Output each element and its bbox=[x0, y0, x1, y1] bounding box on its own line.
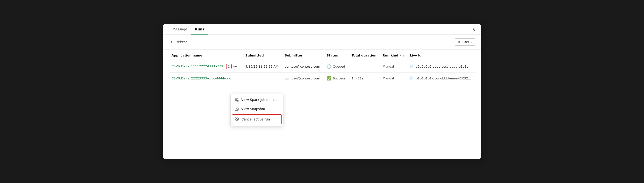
cell-submitter-1: contoso@contoso.com bbox=[282, 60, 324, 73]
svg-line-4 bbox=[237, 101, 238, 102]
livy-doc-icon-2: 📄 bbox=[410, 77, 414, 80]
collapse-icon[interactable]: ∧ bbox=[472, 27, 476, 32]
row-actions-1: ⊗ ••• bbox=[226, 64, 238, 69]
cell-duration-2: 1m 32s bbox=[349, 73, 380, 84]
cell-submitted-1: 4/19/23 11:33:25 AM bbox=[242, 60, 282, 73]
table-row: CSVToDelta_11112222-bbbb-339 ⊗ ••• 4/19/… bbox=[168, 60, 476, 73]
cell-duration-1: - bbox=[349, 60, 380, 73]
run-kind-info-icon[interactable]: i bbox=[400, 54, 404, 57]
status-label-2: Success bbox=[333, 77, 346, 80]
snapshot-icon bbox=[234, 107, 239, 111]
more-actions-button-1[interactable]: ••• bbox=[232, 64, 238, 69]
col-submitted: Submitted ↓ bbox=[242, 50, 282, 60]
cell-livy-2: 📄 b1b1b1b1-cccc-dddd-eeee-f2f2f2... bbox=[407, 73, 476, 84]
svg-line-8 bbox=[236, 118, 238, 120]
main-window: Message Runs ∧ ↻ Refresh ≡ Filter ▾ Appl… bbox=[163, 24, 481, 159]
menu-item-view-snapshot-label: View Snapshot bbox=[241, 107, 265, 111]
filter-label: Filter bbox=[462, 40, 469, 44]
runs-table-container: Application name Submitted ↓ Submitter S… bbox=[163, 50, 481, 84]
cell-run-kind-2: Manual bbox=[380, 73, 407, 84]
tabs-container: Message Runs ∧ bbox=[163, 24, 481, 35]
cell-status-2: ✅ Success bbox=[324, 73, 349, 84]
menu-item-view-spark-label: View Spark job details bbox=[241, 98, 277, 102]
cell-app-name-1: CSVToDelta_11112222-bbbb-339 ⊗ ••• bbox=[168, 60, 242, 73]
cancel-row-button-1[interactable]: ⊗ bbox=[226, 64, 232, 69]
menu-item-view-snapshot[interactable]: View Snapshot bbox=[230, 104, 283, 113]
cancel-row-icon-1: ⊗ bbox=[228, 64, 230, 68]
table-row: CSVToDelta_22223333-cccc-4444-ddd contos… bbox=[168, 73, 476, 84]
cell-run-kind-1: Manual bbox=[380, 60, 407, 73]
sort-submitted-icon[interactable]: ↓ bbox=[266, 54, 268, 57]
refresh-icon: ↻ bbox=[170, 40, 174, 44]
menu-item-cancel-run-label: Cancel active run bbox=[242, 117, 270, 121]
cell-app-name-2: CSVToDelta_22223333-cccc-4444-ddd bbox=[168, 73, 242, 84]
filter-icon: ≡ bbox=[458, 40, 460, 44]
cancel-menu-icon bbox=[235, 117, 239, 122]
livy-id-2: b1b1b1b1-cccc-dddd-eeee-f2f2f2... bbox=[416, 77, 471, 80]
cell-status-1: 🕐 Queued bbox=[324, 60, 349, 73]
col-submitter: Submitter bbox=[282, 50, 324, 60]
context-menu: View Spark job details View Snapshot Can… bbox=[230, 94, 284, 126]
col-status: Status bbox=[324, 50, 349, 60]
filter-button[interactable]: ≡ Filter ▾ bbox=[455, 38, 476, 46]
col-livy-id: Livy Id bbox=[407, 50, 476, 60]
toolbar: ↻ Refresh ≡ Filter ▾ bbox=[163, 35, 481, 50]
col-run-kind: Run kind i bbox=[380, 50, 407, 60]
table-header-row: Application name Submitted ↓ Submitter S… bbox=[168, 50, 476, 60]
cell-livy-1: 📄 a0a0a0a0-bbbb-cccc-dddd-e1e1e... bbox=[407, 60, 476, 73]
livy-id-1: a0a0a0a0-bbbb-cccc-dddd-e1e1e... bbox=[416, 65, 471, 68]
filter-chevron-icon: ▾ bbox=[470, 41, 472, 44]
col-app-name: Application name bbox=[168, 50, 242, 60]
svg-rect-0 bbox=[235, 98, 238, 99]
status-success-icon-2: ✅ bbox=[326, 76, 332, 81]
app-name-link-2[interactable]: CSVToDelta_22223333-cccc-4444-ddd bbox=[172, 77, 231, 80]
svg-point-6 bbox=[236, 109, 237, 110]
runs-table: Application name Submitted ↓ Submitter S… bbox=[168, 50, 476, 84]
cell-submitter-2: contoso@contoso.com bbox=[282, 73, 324, 84]
status-label-1: Queued bbox=[333, 65, 345, 68]
col-total-duration: Total duration bbox=[349, 50, 380, 60]
svg-rect-1 bbox=[235, 99, 237, 100]
cell-submitted-2 bbox=[242, 73, 282, 84]
refresh-label: Refresh bbox=[176, 40, 188, 44]
spark-icon bbox=[234, 98, 239, 102]
menu-item-view-spark[interactable]: View Spark job details bbox=[230, 95, 283, 104]
more-actions-icon-1: ••• bbox=[234, 64, 238, 69]
app-name-link-1[interactable]: CSVToDelta_11112222-bbbb-339 bbox=[172, 64, 223, 68]
tab-runs[interactable]: Runs bbox=[191, 24, 208, 35]
status-queued-icon-1: 🕐 bbox=[326, 64, 332, 69]
livy-doc-icon-1: 📄 bbox=[410, 65, 414, 68]
refresh-button[interactable]: ↻ Refresh bbox=[168, 39, 189, 45]
tab-message[interactable]: Message bbox=[168, 24, 191, 35]
menu-item-cancel-run[interactable]: Cancel active run bbox=[232, 114, 282, 124]
